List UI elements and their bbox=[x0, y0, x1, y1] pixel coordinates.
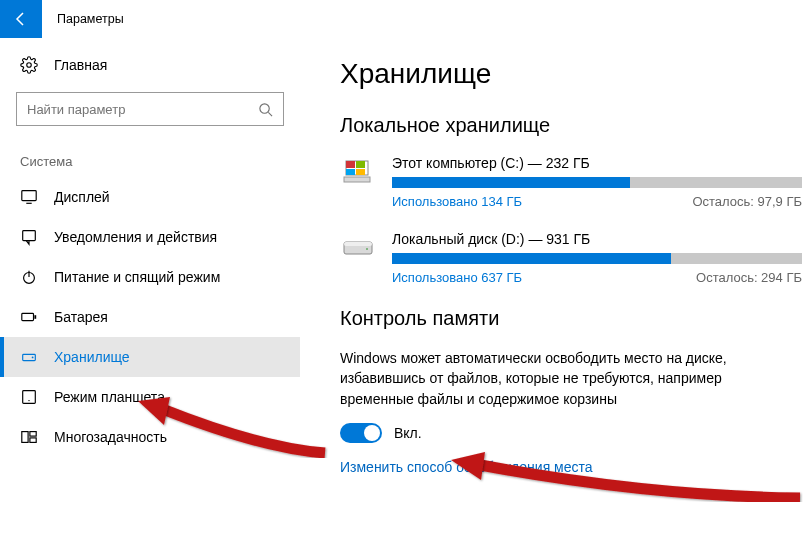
svg-point-10 bbox=[32, 357, 34, 359]
drive-body: Этот компьютер (C:) — 232 ГБИспользовано… bbox=[392, 155, 802, 209]
svg-rect-2 bbox=[22, 191, 36, 201]
nav-item-battery[interactable]: Батарея bbox=[0, 297, 300, 337]
storage-icon bbox=[20, 348, 38, 366]
arrow-left-icon bbox=[13, 11, 29, 27]
storage-sense-heading: Контроль памяти bbox=[340, 307, 802, 330]
local-storage-heading: Локальное хранилище bbox=[340, 114, 802, 137]
svg-rect-23 bbox=[344, 242, 372, 246]
home-label: Главная bbox=[54, 57, 107, 73]
storage-sense-description: Windows может автоматически освободить м… bbox=[340, 348, 802, 409]
title-bar: Параметры bbox=[0, 0, 810, 38]
svg-rect-4 bbox=[23, 231, 36, 241]
tablet-icon bbox=[20, 388, 38, 406]
gear-icon bbox=[20, 56, 38, 74]
nav-item-power[interactable]: Питание и спящий режим bbox=[0, 257, 300, 297]
svg-rect-15 bbox=[30, 438, 36, 443]
drive-used: Использовано 637 ГБ bbox=[392, 270, 522, 285]
battery-icon bbox=[20, 308, 38, 326]
page-heading: Хранилище bbox=[340, 58, 802, 90]
nav-item-multitask[interactable]: Многозадачность bbox=[0, 417, 300, 457]
drive-title: Локальный диск (D:) — 931 ГБ bbox=[392, 231, 802, 247]
nav-label: Режим планшета bbox=[54, 389, 165, 405]
svg-line-1 bbox=[268, 112, 272, 116]
storage-sense-toggle-row: Вкл. bbox=[340, 423, 802, 443]
display-icon bbox=[20, 188, 38, 206]
svg-rect-14 bbox=[30, 432, 36, 437]
toggle-knob bbox=[364, 425, 380, 441]
home-button[interactable]: Главная bbox=[0, 50, 300, 88]
drive-body: Локальный диск (D:) — 931 ГБИспользовано… bbox=[392, 231, 802, 285]
sidebar: Главная Система ДисплейУведомления и дей… bbox=[0, 38, 300, 540]
nav-label: Уведомления и действия bbox=[54, 229, 217, 245]
power-icon bbox=[20, 268, 38, 286]
nav-label: Батарея bbox=[54, 309, 108, 325]
nav-item-storage[interactable]: Хранилище bbox=[0, 337, 300, 377]
drive-usage-bar bbox=[392, 177, 802, 188]
nav-item-tablet[interactable]: Режим планшета bbox=[0, 377, 300, 417]
svg-point-0 bbox=[260, 103, 269, 112]
svg-rect-8 bbox=[34, 315, 36, 319]
window-title: Параметры bbox=[57, 12, 124, 26]
drive-used: Использовано 134 ГБ bbox=[392, 194, 522, 209]
drive-remaining: Осталось: 294 ГБ bbox=[696, 270, 802, 285]
nav-item-display[interactable]: Дисплей bbox=[0, 177, 300, 217]
drive-icon bbox=[340, 233, 378, 261]
drive-icon bbox=[340, 157, 378, 185]
drive-remaining: Осталось: 97,9 ГБ bbox=[692, 194, 802, 209]
multitask-icon bbox=[20, 428, 38, 446]
svg-rect-17 bbox=[346, 161, 355, 168]
notification-icon bbox=[20, 228, 38, 246]
toggle-state-label: Вкл. bbox=[394, 425, 422, 441]
nav-label: Многозадачность bbox=[54, 429, 167, 445]
svg-rect-13 bbox=[22, 432, 28, 443]
back-button[interactable] bbox=[0, 0, 42, 38]
drive-item[interactable]: Локальный диск (D:) — 931 ГБИспользовано… bbox=[340, 231, 802, 285]
nav-label: Питание и спящий режим bbox=[54, 269, 220, 285]
search-icon bbox=[258, 102, 273, 117]
group-label: Система bbox=[0, 144, 300, 177]
svg-rect-11 bbox=[23, 391, 36, 404]
svg-point-24 bbox=[366, 248, 368, 250]
svg-rect-20 bbox=[356, 169, 365, 175]
svg-rect-7 bbox=[22, 313, 34, 320]
change-free-space-link[interactable]: Изменить способ освобождения места bbox=[340, 459, 802, 475]
search-box[interactable] bbox=[16, 92, 284, 126]
search-input[interactable] bbox=[27, 102, 258, 117]
drive-usage-bar bbox=[392, 253, 802, 264]
svg-rect-18 bbox=[356, 161, 365, 168]
storage-sense-toggle[interactable] bbox=[340, 423, 382, 443]
drive-item[interactable]: Этот компьютер (C:) — 232 ГБИспользовано… bbox=[340, 155, 802, 209]
svg-point-12 bbox=[28, 400, 29, 401]
nav-label: Дисплей bbox=[54, 189, 110, 205]
svg-rect-21 bbox=[344, 177, 370, 182]
main-panel: Хранилище Локальное хранилище Этот компь… bbox=[300, 38, 810, 540]
drive-title: Этот компьютер (C:) — 232 ГБ bbox=[392, 155, 802, 171]
nav-label: Хранилище bbox=[54, 349, 130, 365]
svg-rect-19 bbox=[346, 169, 355, 175]
nav-item-notification[interactable]: Уведомления и действия bbox=[0, 217, 300, 257]
